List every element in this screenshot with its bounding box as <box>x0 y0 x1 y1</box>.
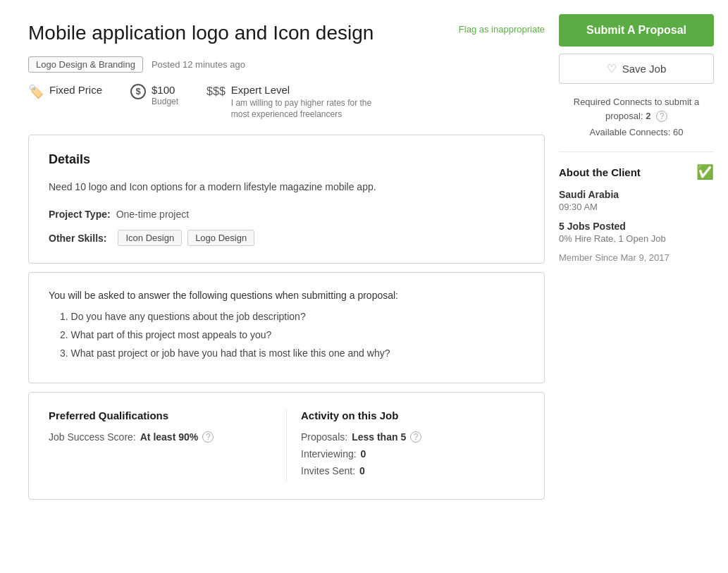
about-client-section: About the Client ✅ Saudi Arabia 09:30 AM… <box>559 152 714 263</box>
budget-amount: $100 <box>152 84 178 96</box>
project-type-label: Project Type: <box>49 209 111 220</box>
save-job-label: Save Job <box>622 63 667 75</box>
other-skills-label: Other Skills: <box>49 233 106 244</box>
expert-level-label: Expert Level <box>231 84 372 96</box>
expert-level-desc: I am willing to pay higher rates for the… <box>231 97 372 121</box>
fixed-price-item: 🏷️ Fixed Price <box>28 84 102 99</box>
proposals-label: Proposals: <box>301 431 347 443</box>
invites-value: 0 <box>359 465 365 476</box>
expert-level-item: $$$ Expert Level I am willing to pay hig… <box>206 84 372 121</box>
proposals-item: Proposals: Less than 5 ? <box>301 431 524 443</box>
fixed-price-label: Fixed Price <box>49 84 102 96</box>
connects-number: 2 <box>646 111 650 121</box>
question-1: 1. Do you have any questions about the j… <box>60 311 524 322</box>
qualifications-activity-panel: Preferred Qualifications Job Success Sco… <box>28 392 545 500</box>
qualifications-title: Preferred Qualifications <box>49 409 272 421</box>
proposals-value: Less than 5 <box>352 431 406 443</box>
flag-inappropriate-link[interactable]: Flag as inappropriate <box>459 21 545 35</box>
interviewing-value: 0 <box>361 448 366 460</box>
page-title: Mobile application logo and Icon design <box>28 21 374 45</box>
category-tag[interactable]: Logo Design & Branding <box>28 56 143 73</box>
meta-row: Logo Design & Branding Posted 12 minutes… <box>28 56 545 73</box>
heart-icon: ♡ <box>607 62 617 75</box>
interviewing-item: Interviewing: 0 <box>301 448 524 460</box>
about-client-title: About the Client <box>559 166 641 178</box>
connects-text: Required Connects to submit a proposal: <box>574 97 699 121</box>
job-success-help-icon[interactable]: ? <box>202 431 214 443</box>
invites-label: Invites Sent: <box>301 465 355 476</box>
save-job-button[interactable]: ♡ Save Job <box>559 54 714 84</box>
tag-icon: 🏷️ <box>28 84 44 99</box>
budget-label: Budget <box>152 97 178 106</box>
budget-item: $ $100 Budget <box>130 84 178 106</box>
available-label: Available Connects: <box>590 127 671 137</box>
proposals-help-icon[interactable]: ? <box>410 431 421 443</box>
client-jobs-posted: 5 Jobs Posted <box>559 221 714 232</box>
invites-item: Invites Sent: 0 <box>301 465 524 476</box>
dollar-signs-icon: $$$ <box>206 85 226 98</box>
questions-panel: You will be asked to answer the followin… <box>28 272 545 383</box>
connects-help-icon[interactable]: ? <box>656 111 667 122</box>
connects-info: Required Connects to submit a proposal: … <box>559 95 714 123</box>
client-location: Saudi Arabia <box>559 189 714 200</box>
project-type-row: Project Type: One-time project <box>49 209 524 220</box>
available-connects: Available Connects: 60 <box>559 127 714 137</box>
activity-col: Activity on this Job Proposals: Less tha… <box>286 409 524 482</box>
details-panel-title: Details <box>49 152 524 167</box>
question-2: 2. What part of this project most appeal… <box>60 329 524 340</box>
dollar-circle-icon: $ <box>130 84 146 99</box>
submit-proposal-button[interactable]: Submit A Proposal <box>559 14 714 47</box>
job-success-label: Job Success Score: <box>49 431 136 443</box>
client-time: 09:30 AM <box>559 202 714 212</box>
sidebar: Submit A Proposal ♡ Save Job Required Co… <box>559 14 714 508</box>
details-panel: Details Need 10 logo and Icon options fo… <box>28 135 545 264</box>
verified-icon: ✅ <box>696 164 714 180</box>
questions-intro: You will be asked to answer the followin… <box>49 290 524 301</box>
skill-tag-logo-design[interactable]: Logo Design <box>187 230 254 246</box>
job-details-row: 🏷️ Fixed Price $ $100 Budget $$$ Expert … <box>28 84 545 121</box>
available-number: 60 <box>673 127 683 137</box>
interviewing-label: Interviewing: <box>301 448 357 460</box>
activity-title: Activity on this Job <box>301 409 524 421</box>
job-description: Need 10 logo and Icon options for a mode… <box>49 180 524 195</box>
about-client-header: About the Client ✅ <box>559 164 714 180</box>
project-type-value: One-time project <box>116 209 189 220</box>
posted-time: Posted 12 minutes ago <box>152 59 245 70</box>
qualifications-col: Preferred Qualifications Job Success Sco… <box>49 409 286 482</box>
skills-row: Other Skills: Icon Design Logo Design <box>49 230 524 246</box>
skill-tag-icon-design[interactable]: Icon Design <box>118 230 182 246</box>
client-member-since: Member Since Mar 9, 2017 <box>559 252 714 263</box>
job-success-item: Job Success Score: At least 90% ? <box>49 431 272 443</box>
question-3: 3. What past project or job have you had… <box>60 347 524 359</box>
job-success-value: At least 90% <box>140 431 198 443</box>
client-hire-rate: 0% Hire Rate, 1 Open Job <box>559 233 714 244</box>
